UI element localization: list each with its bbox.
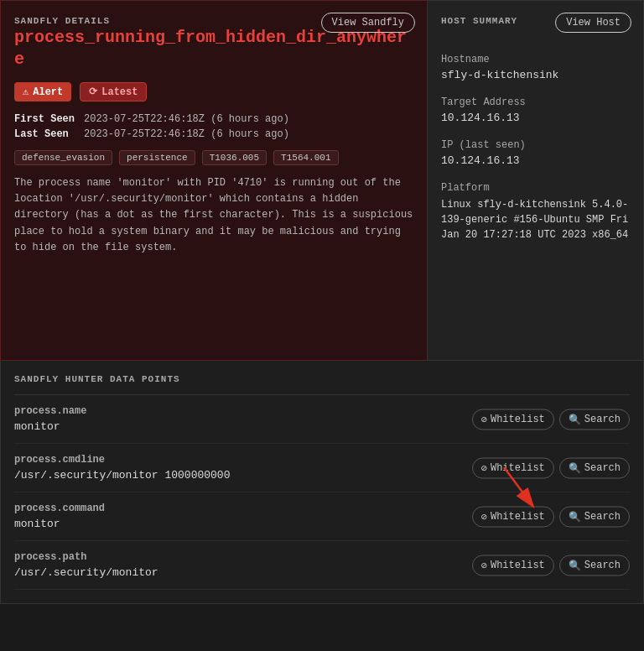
first-seen-value: 2023-07-25T22:46:18Z (6 hours ago) — [84, 113, 289, 125]
target-address-value: 10.124.16.13 — [441, 112, 630, 124]
search-label-2: Search — [584, 511, 621, 523]
last-seen-row: Last Seen 2023-07-25T22:46:18Z (6 hours … — [14, 128, 413, 140]
badges-container: ⚠ Alert ⟳ Latest — [14, 82, 413, 102]
data-row-2-actions: ⊘ Whitelist 🔍 Search — [472, 506, 630, 527]
whitelist-label-0: Whitelist — [491, 414, 545, 425]
whitelist-label-1: Whitelist — [491, 462, 545, 474]
whitelist-label-2: Whitelist — [491, 511, 545, 523]
ip-value: 10.124.16.13 — [441, 154, 630, 167]
sandfly-description: The process name 'monitor' with PID '471… — [14, 175, 413, 256]
platform-value: Linux sfly-d-kitchensink 5.4.0-139-gener… — [441, 197, 630, 242]
search-icon-2: 🔍 — [569, 510, 581, 523]
latest-label: Latest — [101, 86, 138, 98]
ip-label: IP (last seen) — [441, 139, 630, 151]
data-row-0-actions: ⊘ Whitelist 🔍 Search — [472, 409, 630, 430]
search-btn-2[interactable]: 🔍 Search — [559, 506, 630, 527]
tags-container: defense_evasion persistence T1036.005 T1… — [14, 150, 413, 165]
alert-badge: ⚠ Alert — [14, 82, 71, 102]
data-row-0: process.name monitor ⊘ Whitelist 🔍 Searc… — [14, 395, 630, 444]
hostname-value: sfly-d-kitchensink — [441, 69, 630, 81]
data-row-1: process.cmdline /usr/.security/monitor 1… — [14, 444, 630, 492]
first-seen-row: First Seen 2023-07-25T22:46:18Z (6 hours… — [14, 113, 413, 125]
search-label-0: Search — [584, 414, 621, 425]
data-row-2: process.command monitor ⊘ Whitelist 🔍 Se… — [14, 492, 630, 541]
first-seen-label: First Seen — [14, 113, 77, 125]
hostname-field: Hostname sfly-d-kitchensink — [441, 54, 630, 81]
tag-0: defense_evasion — [14, 150, 112, 165]
search-label-1: Search — [584, 462, 621, 474]
host-summary-label: HOST SUMMARY — [441, 16, 517, 26]
search-btn-1[interactable]: 🔍 Search — [559, 457, 630, 478]
whitelist-icon-0: ⊘ — [481, 413, 487, 425]
host-summary-panel: HOST SUMMARY View Host Hostname sfly-d-k… — [428, 0, 644, 361]
whitelist-icon-2: ⊘ — [481, 510, 487, 523]
whitelist-icon-3: ⊘ — [481, 559, 487, 571]
search-icon-1: 🔍 — [569, 461, 581, 474]
platform-label: Platform — [441, 182, 630, 194]
sandfly-details-panel: SANDFLY DETAILS View Sandfly process_run… — [0, 0, 428, 361]
search-icon-3: 🔍 — [569, 559, 581, 571]
whitelist-btn-1[interactable]: ⊘ Whitelist — [472, 457, 554, 478]
view-host-button[interactable]: View Host — [555, 13, 631, 33]
sandfly-title: process_running_from_hidden_dir_anywhere — [14, 27, 413, 70]
whitelist-btn-3[interactable]: ⊘ Whitelist — [472, 555, 554, 575]
whitelist-icon-1: ⊘ — [481, 461, 487, 474]
data-points-title: SANDFLY HUNTER DATA POINTS — [14, 374, 630, 395]
latest-badge: ⟳ Latest — [80, 82, 147, 102]
last-seen-value: 2023-07-25T22:46:18Z (6 hours ago) — [84, 128, 289, 140]
view-sandfly-button[interactable]: View Sandfly — [321, 13, 415, 33]
whitelist-btn-2[interactable]: ⊘ Whitelist — [472, 506, 554, 527]
whitelist-label-3: Whitelist — [491, 560, 545, 571]
data-row-3-actions: ⊘ Whitelist 🔍 Search — [472, 555, 630, 575]
alert-label: Alert — [33, 86, 63, 98]
data-points-section: SANDFLY HUNTER DATA POINTS process.name … — [0, 361, 644, 604]
alert-icon: ⚠ — [23, 86, 29, 98]
platform-field: Platform Linux sfly-d-kitchensink 5.4.0-… — [441, 182, 630, 242]
target-address-field: Target Address 10.124.16.13 — [441, 96, 630, 124]
ip-field: IP (last seen) 10.124.16.13 — [441, 139, 630, 167]
last-seen-label: Last Seen — [14, 128, 77, 140]
tag-2: T1036.005 — [202, 150, 267, 165]
search-label-3: Search — [584, 560, 621, 571]
search-btn-3[interactable]: 🔍 Search — [559, 555, 630, 575]
search-btn-0[interactable]: 🔍 Search — [559, 409, 630, 430]
whitelist-btn-0[interactable]: ⊘ Whitelist — [472, 409, 554, 430]
hostname-label: Hostname — [441, 54, 630, 65]
sandfly-details-label: SANDFLY DETAILS — [14, 16, 110, 26]
target-address-label: Target Address — [441, 96, 630, 108]
data-row-1-actions: ⊘ Whitelist 🔍 Search — [472, 457, 630, 478]
latest-icon: ⟳ — [89, 86, 97, 98]
search-icon-0: 🔍 — [569, 413, 581, 425]
tag-3: T1564.001 — [273, 150, 338, 165]
tag-1: persistence — [119, 150, 195, 165]
data-row-3: process.path /usr/.security/monitor ⊘ Wh… — [14, 541, 630, 590]
